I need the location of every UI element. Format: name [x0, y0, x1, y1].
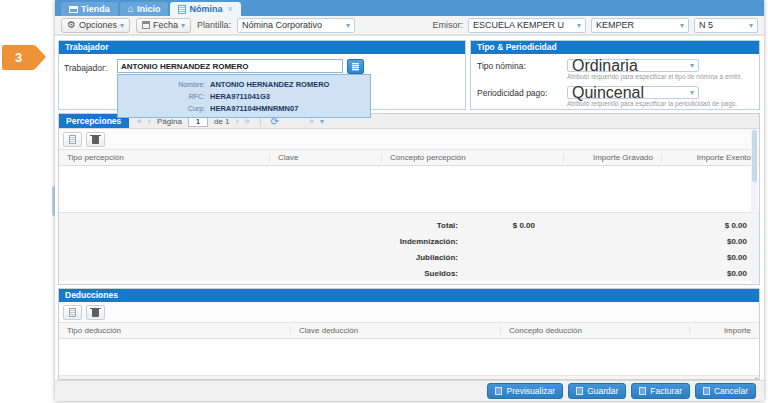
col-clave: Clave	[269, 153, 381, 162]
total-row: Total: $ 0.00 $ 0.00	[59, 217, 759, 233]
col-concepto-percepcion: Concepto percepción	[381, 153, 563, 162]
col-importe-gravado: Importe Gravado	[563, 153, 661, 162]
fecha-button[interactable]: Fecha ▾	[136, 18, 191, 33]
worker-suggestion-popup[interactable]: Nombre: ANTONIO HERNANDEZ ROMERO RFC: HE…	[117, 74, 371, 118]
tab-inicio-label: Inicio	[137, 4, 161, 14]
tipo-nomina-help: Atributo requerido para especificar el t…	[567, 73, 742, 80]
guardar-button[interactable]: Guardar	[568, 383, 626, 399]
sueldos-value: $0.00	[535, 269, 759, 278]
tipo-nomina-value: Ordinaria	[572, 57, 638, 75]
plantilla-label: Plantilla:	[197, 20, 231, 30]
tipo-nomina-select[interactable]: Ordinaria ▾	[567, 59, 699, 72]
cancelar-label: Cancelar	[714, 386, 748, 396]
store-icon	[69, 6, 78, 13]
col-clave-deduccion: Clave deducción	[290, 326, 500, 335]
footer-action-bar: Previsualizar Guardar Facturar Cancelar	[55, 380, 764, 401]
tab-inicio[interactable]: ⌂ Inicio	[120, 2, 169, 16]
guardar-label: Guardar	[587, 386, 618, 396]
jubilacion-row: Jubilación: $0.00	[59, 249, 759, 265]
col-tipo-deduccion: Tipo deducción	[59, 326, 290, 335]
tipo-periodicidad-panel: Tipo & Periodicidad Tipo nómina: Ordinar…	[470, 40, 760, 110]
calendar-icon	[142, 21, 150, 29]
chevron-down-icon: ▾	[690, 61, 694, 70]
suggestion-row-nombre[interactable]: Nombre: ANTONIO HERNANDEZ ROMERO	[118, 78, 370, 90]
add-deduccion-button[interactable]	[63, 305, 82, 320]
rfc-value: HERA9711041G3	[210, 92, 270, 101]
annotation-step-badge: 3	[2, 45, 35, 70]
facturar-label: Facturar	[650, 386, 682, 396]
tipo-nomina-label: Tipo nómina:	[477, 61, 526, 71]
tab-tienda[interactable]: Tienda	[61, 2, 118, 16]
previsualizar-button[interactable]: Previsualizar	[487, 383, 563, 399]
suggestion-row-rfc[interactable]: RFC: HERA9711041G3	[118, 90, 370, 102]
sueldos-label: Sueldos:	[59, 269, 458, 278]
curp-label: Curp:	[118, 105, 210, 112]
sueldos-row: Sueldos: $0.00	[59, 265, 759, 281]
tab-tienda-label: Tienda	[81, 4, 110, 14]
percepciones-totals: Total: $ 0.00 $ 0.00 Indemnización: $0.0…	[59, 212, 759, 281]
periodicidad-value: Quincenal	[572, 84, 644, 102]
emisor-label: Emisor:	[432, 20, 463, 30]
percepciones-panel: Percepciones « ‹ Página de 1 › » ⟳ » ▾	[58, 113, 760, 285]
tab-nomina-label: Nómina	[189, 4, 222, 14]
worker-lookup-button[interactable]	[347, 59, 364, 74]
fecha-label: Fecha	[153, 20, 178, 30]
periodicidad-select[interactable]: Quincenal ▾	[567, 86, 699, 99]
empresa-select[interactable]: KEMPER ▾	[591, 18, 689, 33]
tab-bar: Tienda ⌂ Inicio Nómina ×	[55, 0, 764, 16]
emisor-value: ESCUELA KEMPER U	[473, 20, 564, 30]
total-label: Total:	[59, 221, 458, 230]
deducciones-panel: Deducciones Tipo deducción Clave deducci…	[58, 288, 760, 380]
percepciones-table-body[interactable]	[59, 166, 759, 212]
indemnizacion-row: Indemnización: $0.00	[59, 233, 759, 249]
serie-select[interactable]: N 5 ▾	[694, 18, 758, 33]
delete-deduccion-button[interactable]	[86, 305, 105, 320]
trash-icon	[92, 136, 99, 144]
facturar-button[interactable]: Facturar	[631, 383, 690, 399]
opciones-label: Opciones	[79, 20, 117, 30]
jubilacion-value: $0.00	[535, 253, 759, 262]
col-tipo-percepcion: Tipo percepción	[59, 153, 269, 162]
total-exento: $ 0.00	[535, 221, 759, 230]
worker-lookup-icon	[352, 63, 359, 71]
deducciones-toolbar	[59, 302, 759, 323]
trabajador-panel-header: Trabajador	[59, 41, 465, 54]
suggestion-row-curp[interactable]: Curp: HERA971104HMNRMN07	[118, 102, 370, 114]
plantilla-value: Nómina Corporativo	[242, 20, 322, 30]
trabajador-input[interactable]	[117, 59, 343, 73]
tipo-periodicidad-header: Tipo & Periodicidad	[471, 41, 759, 54]
chevron-down-icon: ▾	[577, 21, 581, 30]
total-gravado: $ 0.00	[458, 221, 535, 230]
percepciones-table-header: Tipo percepción Clave Concepto percepció…	[59, 150, 759, 166]
col-importe: Importe	[689, 326, 759, 335]
chevron-down-icon: ▾	[346, 21, 350, 30]
add-row-icon	[69, 308, 76, 317]
close-tab-icon[interactable]: ×	[227, 4, 232, 14]
app-window: Tienda ⌂ Inicio Nómina × ⚙ Opciones ▾ Fe…	[55, 0, 764, 401]
emisor-select[interactable]: ESCUELA KEMPER U ▾	[468, 18, 586, 33]
trabajador-field-label: Trabajador:	[64, 63, 107, 73]
periodicidad-help: Atributo requerido para especificar la p…	[567, 100, 737, 107]
jubilacion-label: Jubilación:	[59, 253, 458, 262]
nombre-label: Nombre:	[118, 81, 210, 88]
deducciones-panel-header: Deducciones	[59, 289, 759, 302]
curp-value: HERA971104HMNRMN07	[210, 104, 298, 113]
percepciones-scrollbar[interactable]	[751, 130, 758, 283]
cancelar-button[interactable]: Cancelar	[695, 383, 756, 399]
indemnizacion-value: $0.00	[535, 237, 759, 246]
percepciones-scrollbar-thumb[interactable]	[752, 130, 757, 182]
previsualizar-label: Previsualizar	[506, 386, 555, 396]
indemnizacion-label: Indemnización:	[59, 237, 458, 246]
deducciones-table-body[interactable]	[59, 339, 759, 375]
chevron-down-icon: ▾	[690, 88, 694, 97]
opciones-button[interactable]: ⚙ Opciones ▾	[61, 18, 130, 33]
periodicidad-label: Periodicidad pago:	[477, 88, 547, 98]
chevron-down-icon: ▾	[181, 21, 185, 30]
plantilla-select[interactable]: Nómina Corporativo ▾	[237, 18, 355, 33]
delete-percepcion-button[interactable]	[86, 132, 105, 147]
gear-icon: ⚙	[67, 20, 76, 30]
save-icon	[576, 387, 583, 395]
add-percepcion-button[interactable]	[63, 132, 82, 147]
trabajador-panel: Trabajador Trabajador: Nombre: ANTONIO H…	[58, 40, 466, 110]
tab-nomina[interactable]: Nómina ×	[170, 2, 240, 16]
